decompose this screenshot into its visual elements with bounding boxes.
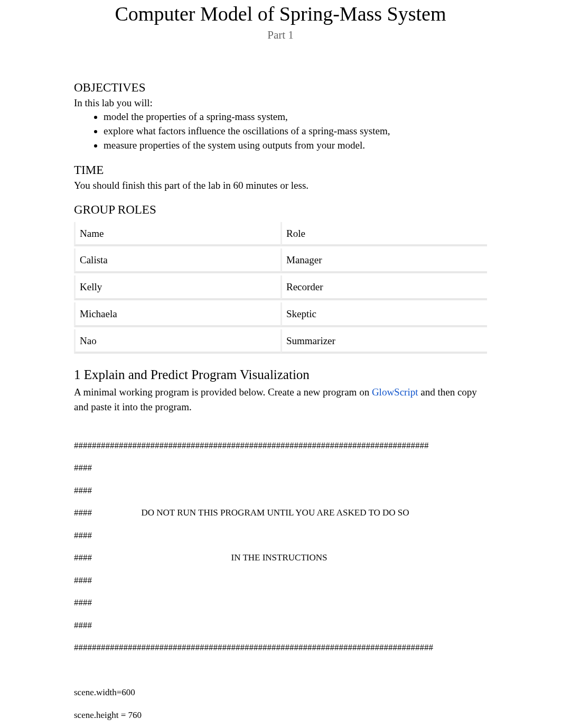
code-line: #### — [74, 530, 487, 541]
glowscript-link[interactable]: GlowScript — [372, 386, 418, 398]
objectives-heading: OBJECTIVES — [74, 80, 487, 96]
roles-heading: GROUP ROLES — [74, 202, 487, 218]
table-cell-role: Summarizer — [280, 329, 487, 354]
table-cell-name: Kelly — [74, 275, 280, 300]
code-line: scene.height = 760 — [74, 709, 487, 721]
code-line: #### — [74, 462, 487, 473]
table-cell-role: Recorder — [280, 275, 487, 300]
code-block: ########################################… — [74, 429, 487, 728]
code-line: ########################################… — [74, 440, 487, 451]
table-header-name: Name — [74, 222, 280, 247]
table-header-role: Role — [280, 222, 487, 247]
table-cell-name: Calista — [74, 248, 280, 273]
code-line — [74, 665, 487, 676]
time-heading: TIME — [74, 162, 487, 178]
code-line: #### — [74, 575, 487, 586]
list-item: explore what factors influence the oscil… — [104, 125, 487, 138]
code-line: #### — [74, 597, 487, 608]
code-line: ########################################… — [74, 642, 487, 653]
section1-intro: A minimal working program is provided be… — [74, 385, 487, 415]
time-text: You should finish this part of the lab i… — [74, 179, 487, 192]
objectives-list: model the properties of a spring-mass sy… — [74, 110, 487, 152]
table-row: Michaela Skeptic — [74, 302, 487, 327]
table-row: Calista Manager — [74, 248, 487, 273]
roles-table: Name Role Calista Manager Kelly Recorder… — [74, 220, 487, 356]
code-line: scene.width=600 — [74, 687, 487, 698]
page-subtitle: Part 1 — [74, 28, 487, 42]
section1-heading: 1 Explain and Predict Program Visualizat… — [74, 366, 487, 384]
code-line: #### — [74, 620, 487, 631]
table-row: Nao Summarizer — [74, 329, 487, 354]
code-line: #### IN THE INSTRUCTIONS — [74, 552, 487, 563]
table-cell-name: Nao — [74, 329, 280, 354]
page-title: Computer Model of Spring-Mass System — [74, 0, 487, 27]
table-row: Name Role — [74, 222, 487, 247]
list-item: measure properties of the system using o… — [104, 139, 487, 152]
table-cell-name: Michaela — [74, 302, 280, 327]
objectives-intro: In this lab you will: — [74, 97, 487, 110]
code-line: #### DO NOT RUN THIS PROGRAM UNTIL YOU A… — [74, 507, 487, 518]
table-cell-role: Skeptic — [280, 302, 487, 327]
code-line: #### — [74, 485, 487, 496]
table-cell-role: Manager — [280, 248, 487, 273]
table-row: Kelly Recorder — [74, 275, 487, 300]
intro-pre: A minimal working program is provided be… — [74, 386, 372, 398]
list-item: model the properties of a spring-mass sy… — [104, 110, 487, 124]
